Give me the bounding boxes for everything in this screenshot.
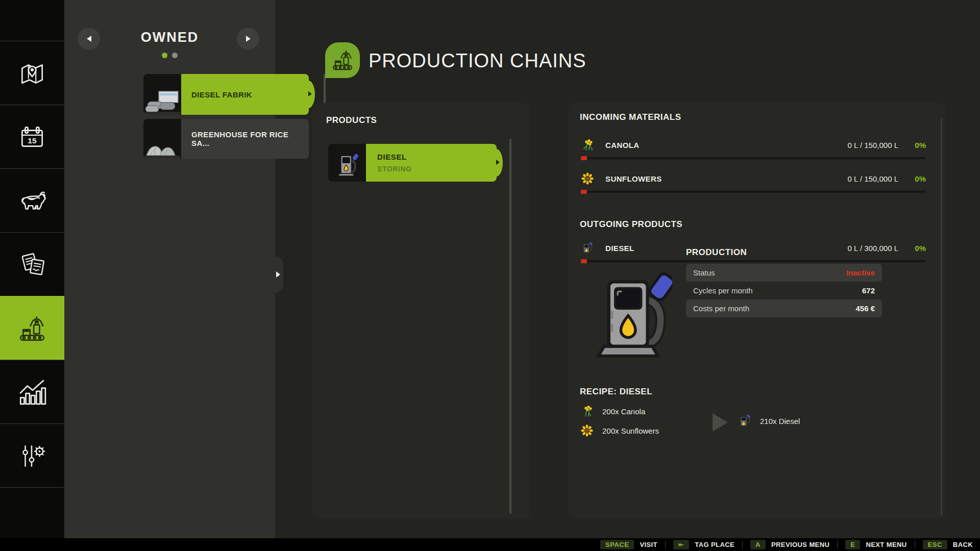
- fill-level-indicator: [581, 259, 587, 263]
- factory-thumbnail-icon: [144, 88, 180, 115]
- sunflower-icon: [581, 172, 594, 185]
- material-label: DIESEL: [605, 244, 634, 253]
- key-e: E: [845, 540, 860, 549]
- sidebar-item-contracts[interactable]: [0, 232, 64, 296]
- hint-label: BACK: [953, 541, 973, 548]
- fill-level-indicator: [581, 156, 587, 160]
- table-row-cycles: Cycles per month 672: [686, 282, 882, 299]
- recipe-arrow-icon: [713, 413, 728, 432]
- product-name: DIESEL: [377, 153, 497, 161]
- table-row-costs: Costs per month 456 €: [686, 299, 882, 317]
- material-row-canola: CANOLA 0 L / 150,000 L 0%: [581, 135, 926, 159]
- outgoing-products-title: OUTGOING PRODUCTS: [580, 219, 682, 230]
- hint-previous-menu[interactable]: A PREVIOUS MENU: [750, 540, 829, 549]
- products-panel: PRODUCTS DIESEL STORING: [312, 103, 530, 519]
- product-status: STORING: [377, 165, 497, 173]
- production-chains-icon: [17, 314, 47, 343]
- item-arrow-icon: [308, 91, 312, 96]
- page-dot-active[interactable]: [162, 53, 167, 58]
- product-card-diesel[interactable]: DIESEL STORING: [328, 144, 497, 182]
- product-card-bump: [490, 149, 503, 177]
- cycles-value: 672: [862, 286, 875, 295]
- owned-item-label: DIESEL FABRIK: [181, 90, 252, 99]
- canola-icon: [581, 405, 593, 417]
- material-percent: 0%: [898, 141, 926, 149]
- owned-panel: OWNED DIESEL FABRIK: [64, 0, 275, 538]
- recipe-input-sunflowers: 200x Sunflowers: [581, 424, 659, 437]
- key-a: A: [750, 540, 766, 549]
- production-table: Status Inactive Cycles per month 672 Cos…: [686, 264, 882, 317]
- hint-next-menu[interactable]: E NEXT MENU: [845, 540, 906, 549]
- material-row-sunflowers: SUNFLOWERS 0 L / 150,000 L 0%: [581, 168, 926, 193]
- hint-label: VISIT: [640, 541, 657, 548]
- owned-item-thumbnail: [143, 119, 181, 159]
- row-label: Cycles per month: [693, 286, 753, 295]
- incoming-materials-title: INCOMING MATERIALS: [580, 112, 681, 122]
- fill-level-indicator: [581, 190, 587, 194]
- status-value: Inactive: [846, 268, 875, 277]
- hint-separator: [665, 541, 666, 548]
- fill-level-bar: [581, 157, 926, 159]
- material-amount: 0 L / 150,000 L: [847, 174, 898, 183]
- product-thumbnail: [328, 144, 366, 182]
- material-label: SUNFLOWERS: [605, 174, 662, 183]
- owned-item-label: GREENHOUSE FOR RICE SA...: [181, 130, 309, 147]
- owned-item-thumbnail: [143, 74, 181, 115]
- cow-icon: [17, 186, 47, 216]
- material-percent: 0%: [898, 174, 926, 183]
- sidebar-item-settings[interactable]: [0, 423, 64, 488]
- recipe-output-label: 210x Diesel: [760, 417, 800, 425]
- fuel-pump-illustration: [591, 258, 672, 358]
- fill-level-bar: [581, 191, 926, 193]
- fuel-pump-icon: [336, 149, 358, 177]
- table-row-status: Status Inactive: [686, 264, 882, 282]
- item-arrow-icon: [496, 160, 500, 165]
- hint-tag-place[interactable]: ⇤ TAG PLACE: [673, 540, 734, 549]
- hint-label: NEXT MENU: [866, 541, 906, 548]
- material-amount: 0 L / 150,000 L: [847, 141, 898, 149]
- greenhouse-thumbnail-icon: [144, 133, 180, 159]
- sidebar-item-statistics[interactable]: [0, 360, 64, 424]
- owned-item-diesel-fabrik[interactable]: DIESEL FABRIK: [143, 74, 309, 115]
- material-percent: 0%: [898, 244, 926, 253]
- page-dot-inactive[interactable]: [172, 53, 178, 58]
- owned-panel-collapse-handle[interactable]: [275, 256, 283, 293]
- input-hint-bar: SPACE VISIT ⇤ TAG PLACE A PREVIOUS MENU …: [0, 538, 980, 551]
- products-scrollbar[interactable]: [509, 139, 511, 514]
- sidebar-item-map[interactable]: [0, 41, 64, 105]
- recipe-input-label: 200x Sunflowers: [602, 427, 659, 435]
- key-space: SPACE: [600, 540, 634, 549]
- contracts-icon: [17, 250, 47, 280]
- recipe-input-canola: 200x Canola: [581, 405, 645, 417]
- svg-text:15: 15: [28, 136, 37, 145]
- page-icon-badge: [325, 42, 360, 78]
- recipe-input-label: 200x Canola: [602, 407, 645, 416]
- hint-visit[interactable]: SPACE VISIT: [600, 540, 657, 549]
- key-tab: ⇤: [673, 540, 689, 549]
- settings-icon: [17, 441, 47, 471]
- sidebar-item-calendar[interactable]: 15: [0, 105, 64, 169]
- sidebar-item-animals[interactable]: [0, 168, 64, 233]
- hint-back[interactable]: ESC BACK: [923, 540, 973, 549]
- production-chains-icon: [331, 48, 354, 72]
- owned-item-greenhouse[interactable]: GREENHOUSE FOR RICE SA...: [143, 119, 309, 159]
- hint-label: TAG PLACE: [695, 541, 734, 548]
- material-label: CANOLA: [605, 141, 640, 149]
- sidebar-item-production-chains[interactable]: [0, 296, 64, 360]
- details-scrollbar[interactable]: [941, 118, 942, 515]
- page-title: PRODUCTION CHAINS: [369, 50, 586, 72]
- diesel-pump-icon: [581, 242, 594, 254]
- statistics-icon: [17, 378, 47, 407]
- page-dots: [64, 53, 275, 58]
- owned-panel-title: OWNED: [64, 30, 275, 45]
- costs-value: 456 €: [855, 304, 875, 313]
- map-icon: [17, 59, 47, 88]
- sunflower-icon: [581, 424, 593, 437]
- iconbar-filler: [0, 487, 64, 539]
- production-details-panel: INCOMING MATERIALS CANOLA 0 L / 150,000 …: [568, 103, 946, 519]
- diesel-pump-icon: [739, 414, 751, 428]
- selected-item-bump: [302, 81, 315, 108]
- hint-separator: [742, 541, 743, 548]
- main-menu-iconbar: 15: [0, 0, 64, 538]
- hint-label: PREVIOUS MENU: [771, 541, 829, 548]
